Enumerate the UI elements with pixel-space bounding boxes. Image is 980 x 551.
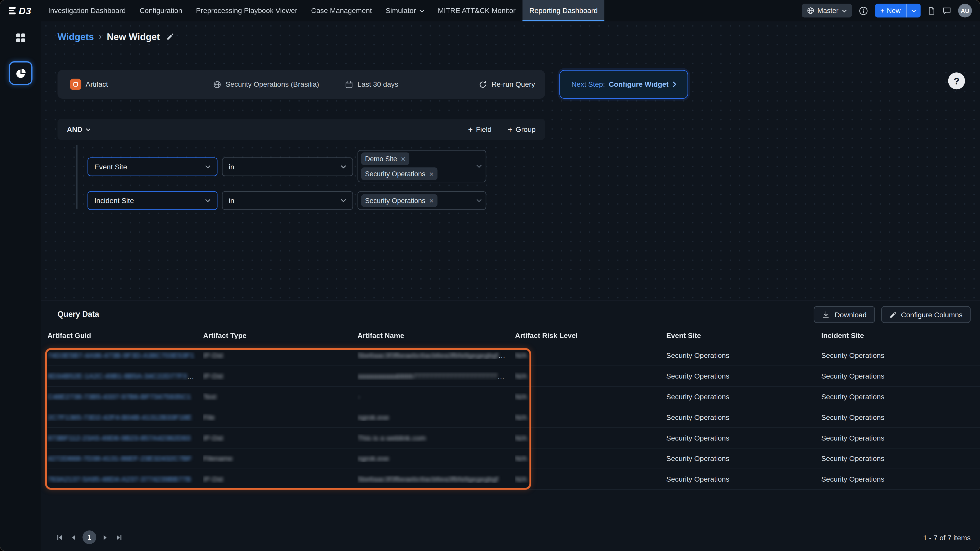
top-nav-right: Master + New AU	[802, 4, 972, 17]
filter-field-select-incident-site[interactable]: Incident Site	[88, 191, 218, 210]
cell-artifact-guid[interactable]: 74D3E5B7-4A96-473B-9F3D-A38C703E53F1	[48, 352, 194, 359]
remove-icon[interactable]: ×	[401, 155, 406, 163]
help-button[interactable]: ?	[948, 73, 965, 89]
col-incident-site: Incident Site	[821, 332, 980, 339]
and-operator-dropdown[interactable]: AND	[67, 125, 91, 133]
filter-operator-select-2[interactable]: in	[222, 191, 353, 210]
pagination: 1	[55, 530, 124, 544]
cell-artifact-risk-level: N/A	[515, 352, 527, 359]
cell-artifact-guid[interactable]: 2C7F1365-73D2-42F4-B04B-41312B33F18E	[48, 413, 192, 421]
previous-page-icon[interactable]	[68, 533, 78, 542]
nav-preprocessing-playbook-viewer[interactable]: Preprocessing Playbook Viewer	[189, 0, 304, 21]
last-page-icon[interactable]	[115, 533, 124, 542]
col-artifact-name: Artifact Name	[358, 332, 515, 339]
cell-artifact-guid[interactable]: C48E2738-73B5-4337-97B6-BF73475935C1	[48, 393, 191, 400]
filter-values-select-2[interactable]: Security Operations ×	[358, 191, 486, 210]
chevron-down-icon	[476, 199, 482, 203]
nav-simulator[interactable]: Simulator	[379, 0, 431, 21]
remove-icon[interactable]: ×	[429, 170, 434, 178]
download-button[interactable]: Download	[814, 306, 875, 323]
filter-field-select-event-site[interactable]: Event Site	[88, 157, 218, 176]
table-row[interactable]: 873BF112-23A5-49D6-9B23-857A42362D93 IP-…	[48, 428, 980, 449]
nav-investigation-dashboard[interactable]: Investigation Dashboard	[41, 0, 133, 21]
cell-artifact-risk-level: N/A	[515, 393, 527, 400]
cell-incident-site: Security Operations	[821, 434, 980, 441]
nav-mitre-attack-monitor[interactable]: MITRE ATT&CK Monitor	[431, 0, 523, 21]
col-artifact-risk-level: Artifact Risk Level	[515, 332, 667, 339]
cell-incident-site: Security Operations	[821, 413, 980, 421]
rerun-query-button[interactable]: Re-run Query	[479, 70, 535, 99]
new-button[interactable]: + New	[875, 4, 921, 17]
avatar[interactable]: AU	[958, 4, 972, 17]
breadcrumb-widgets-link[interactable]: Widgets	[57, 31, 94, 41]
main-content: Widgets › New Widget Artifact Security O…	[41, 21, 980, 551]
table-row[interactable]: 4272D668-7D38-4131-86EF-23E32432C7BF Fil…	[48, 448, 980, 469]
cell-artifact-risk-level: N/A	[515, 434, 527, 441]
nav-configuration[interactable]: Configuration	[133, 0, 189, 21]
cell-artifact-type: IP-Dst	[203, 372, 223, 380]
globe-icon	[807, 7, 814, 14]
value-chip-security-operations: Security Operations ×	[361, 194, 438, 207]
d3-logo[interactable]: D3	[9, 5, 32, 16]
cell-artifact-risk-level: N/A	[515, 372, 527, 380]
next-step-button[interactable]: Next Step: Configure Widget	[559, 70, 688, 99]
first-page-icon[interactable]	[55, 533, 65, 542]
add-field-button[interactable]: + Field	[468, 125, 492, 134]
filter-tree-line	[76, 145, 78, 209]
chevron-down-icon	[86, 128, 91, 131]
page-number[interactable]: 1	[83, 530, 96, 544]
cell-event-site: Security Operations	[667, 352, 821, 359]
cell-event-site: Security Operations	[667, 434, 821, 441]
table-row[interactable]: C48E2738-73B5-4337-97B6-BF73475935C1 Tex…	[48, 387, 980, 407]
table-row[interactable]: 763A2137-5A95-48D4-A237-3774239BB77B IP-…	[48, 469, 980, 490]
cell-incident-site: Security Operations	[821, 372, 980, 380]
cell-artifact-name: ngrok.exe	[358, 455, 389, 462]
filter-values-select-1[interactable]: Demo Site × Security Operations ×	[358, 150, 486, 183]
table-body: 74D3E5B7-4A96-473B-9F3D-A38C703E53F1 IP-…	[48, 345, 980, 490]
cell-artifact-name: This is a weblink.com	[358, 434, 426, 441]
cell-incident-site: Security Operations	[821, 352, 980, 359]
info-icon[interactable]	[859, 6, 868, 15]
cell-artifact-guid[interactable]: 4272D668-7D38-4131-86EF-23E32432C7BF	[48, 455, 192, 462]
next-page-icon[interactable]	[100, 533, 110, 542]
widgets-pie-icon[interactable]	[9, 61, 32, 85]
cell-artifact-name: aaaaaaaaaabbbb77777777777777777777777777	[358, 372, 515, 380]
document-icon[interactable]	[928, 6, 935, 15]
site-selector[interactable]: Security Operations (Brasilia)	[213, 70, 319, 99]
chevron-right-icon	[672, 81, 676, 87]
table-header: Artifact Guid Artifact Type Artifact Nam…	[48, 332, 980, 339]
cell-artifact-name: 5be6aac3f3fbeaebc6acb6ea3fbfa9gegegbgfba…	[358, 352, 510, 359]
cell-artifact-guid[interactable]: 8D34B52E-1A2C-49B1-8B5A-34C22D77F3E8	[48, 372, 196, 380]
nav-reporting-dashboard[interactable]: Reporting Dashboard	[522, 0, 605, 21]
sidebar	[0, 21, 41, 551]
remove-icon[interactable]: ×	[429, 197, 434, 205]
cell-incident-site: Security Operations	[821, 475, 980, 483]
cell-artifact-risk-level: N/A	[515, 475, 527, 483]
nav-case-management[interactable]: Case Management	[304, 0, 379, 21]
new-button-dropdown[interactable]	[907, 4, 921, 17]
table-row[interactable]: 2C7F1365-73D2-42F4-B04B-41312B33F18E Fil…	[48, 407, 980, 428]
cell-artifact-type: File	[203, 413, 215, 421]
dashboard-grid-icon[interactable]	[15, 32, 26, 43]
table-row[interactable]: 8D34B52E-1A2C-49B1-8B5A-34C22D77F3E8 IP-…	[48, 366, 980, 387]
master-selector[interactable]: Master	[802, 4, 852, 17]
configure-columns-button[interactable]: Configure Columns	[881, 306, 970, 323]
cell-artifact-guid[interactable]: 763A2137-5A95-48D4-A237-3774239BB77B	[48, 475, 191, 483]
globe-icon	[213, 80, 221, 89]
cell-artifact-guid[interactable]: 873BF112-23A5-49D6-9B23-857A42362D93	[48, 434, 190, 441]
pencil-icon	[889, 311, 897, 318]
date-range-selector[interactable]: Last 30 days	[345, 70, 398, 99]
filter-operator-select-1[interactable]: in	[222, 157, 353, 176]
cell-event-site: Security Operations	[667, 372, 821, 380]
chat-icon[interactable]	[942, 6, 951, 15]
chevron-down-icon	[205, 165, 210, 169]
cell-event-site: Security Operations	[667, 413, 821, 421]
table-row[interactable]: 74D3E5B7-4A96-473B-9F3D-A38C703E53F1 IP-…	[48, 345, 980, 366]
cell-event-site: Security Operations	[667, 475, 821, 483]
cell-incident-site: Security Operations	[821, 393, 980, 400]
add-group-button[interactable]: + Group	[508, 125, 536, 134]
cell-event-site: Security Operations	[667, 393, 821, 400]
pagination-summary: 1 - 7 of 7 items	[923, 534, 970, 541]
dataset-selector[interactable]: Artifact	[70, 70, 108, 99]
edit-pencil-icon[interactable]	[166, 32, 174, 40]
